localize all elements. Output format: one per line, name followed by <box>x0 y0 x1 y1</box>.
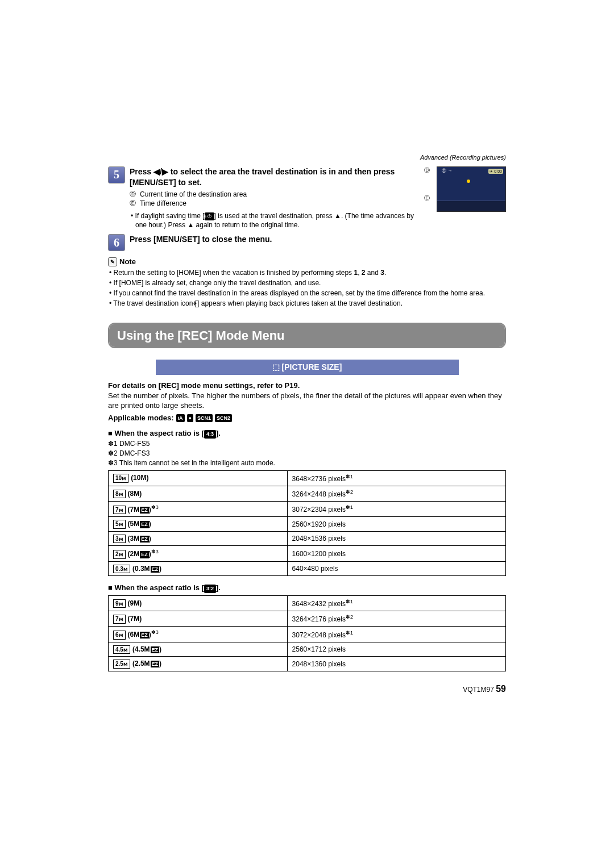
world-map-thumbnail: Ⓓ → ✈ 0:00 CANCEL🅼 SELECT◀▶ SET🅼 <box>437 166 506 212</box>
mode-ia: iA <box>176 414 185 422</box>
table-row: 6ᴍ(6MEZ)✽33072×2048 pixels✽1 <box>109 627 506 642</box>
ez-badge: EZ <box>140 536 149 542</box>
table-row: 2ᴍ(2MEZ)✽31600×1200 pixels <box>109 546 506 562</box>
ez-badge: EZ <box>140 507 149 514</box>
arrow-left-right-icon: ◀/▶ <box>154 167 168 176</box>
details-line: For details on [REC] mode menu settings,… <box>108 381 506 391</box>
picture-size-icon: ⬚ <box>272 362 280 372</box>
table-row: 5ᴍ(5MEZ)2560×1920 pixels <box>109 517 506 532</box>
table-row: 4.5ᴍ(4.5MEZ)2560×1712 pixels <box>109 642 506 657</box>
note-3: • If you cannot find the travel destinat… <box>108 289 506 298</box>
table-row: 2.5ᴍ(2.5MEZ)2048×1360 pixels <box>109 657 506 671</box>
footnote-1: ✽1 DMC-FS5 <box>108 439 506 448</box>
table-row: 9ᴍ(9M)3648×2432 pixels✽1 <box>109 595 506 611</box>
note-4: • The travel destination icon [✈] appear… <box>108 299 506 308</box>
rec-section: Using the [REC] Mode Menu <box>108 323 506 349</box>
table-row: 7ᴍ(7MEZ)✽33072×2304 pixels✽1 <box>109 501 506 517</box>
size-icon: 10ᴍ <box>113 474 128 483</box>
step-5-title: Press ◀/▶ to select the area the travel … <box>130 166 420 188</box>
ez-badge: EZ <box>151 661 160 667</box>
daylight-icon: ☀⏱ <box>205 212 214 220</box>
size-icon: 7ᴍ <box>113 615 126 624</box>
note-1: • Return the setting to [HOME] when the … <box>108 268 506 277</box>
ez-badge: EZ <box>140 521 149 528</box>
ez-badge: EZ <box>140 632 149 639</box>
table-43: 10ᴍ(10M)3648×2736 pixels✽18ᴍ(8M)3264×244… <box>108 470 506 577</box>
marker-d: Ⓓ <box>130 190 138 199</box>
aspect-32-heading: ■ When the aspect ratio is [3:2]. <box>108 583 506 593</box>
ez-badge: EZ <box>151 566 160 573</box>
applicable-modes: Applicable modes: iA ● SCN1 SCN2 <box>108 413 506 423</box>
table-row: 8ᴍ(8M)3264×2448 pixels✽2 <box>109 486 506 501</box>
table-row: 7ᴍ(7M)3264×2176 pixels✽2 <box>109 611 506 627</box>
step-5-sublist: ⒹCurrent time of the destination area ⒺT… <box>130 190 420 208</box>
aspect-32-chip: 3:2 <box>204 585 216 592</box>
ez-badge: EZ <box>140 551 149 558</box>
step-6-title: Press [MENU/SET] to close the menu. <box>130 234 506 245</box>
note-icon: ✎ <box>108 257 117 266</box>
marker-e: Ⓔ <box>130 199 138 208</box>
footnote-2: ✽2 DMC-FS3 <box>108 449 506 458</box>
note-2: • If [HOME] is already set, change only … <box>108 278 506 287</box>
size-icon: 0.3ᴍ <box>113 565 130 574</box>
size-icon: 6ᴍ <box>113 631 126 640</box>
map-location-dot <box>467 180 470 183</box>
aspect-43-chip: 4:3 <box>204 430 216 438</box>
table-row: 0.3ᴍ(0.3MEZ)640×480 pixels <box>109 561 506 576</box>
size-icon: 4.5ᴍ <box>113 645 130 654</box>
size-icon: 9ᴍ <box>113 599 126 608</box>
page-number: 59 <box>496 684 506 694</box>
section-header: Advanced (Recording pictures) <box>108 153 506 162</box>
step-5-body: Press ◀/▶ to select the area the travel … <box>130 166 420 231</box>
mode-camera: ● <box>187 414 193 422</box>
size-icon: 8ᴍ <box>113 490 126 499</box>
manual-page: Advanced (Recording pictures) 5 Press ◀/… <box>108 153 506 695</box>
step-6: 6 Press [MENU/SET] to close the menu. <box>108 234 506 251</box>
step-5: 5 Press ◀/▶ to select the area the trave… <box>108 166 506 231</box>
mode-scn1: SCN1 <box>196 414 213 422</box>
footnote-3: ✽3 This item cannot be set in the intell… <box>108 458 506 468</box>
size-icon: 5ᴍ <box>113 520 126 529</box>
picsize-desc: Set the number of pixels. The higher the… <box>108 391 506 411</box>
map-markers: Ⓓ Ⓔ <box>424 166 430 202</box>
size-icon: 3ᴍ <box>113 535 126 544</box>
step-5-dst-note: • If daylight saving time [☀⏱] is used a… <box>130 211 420 229</box>
step-number-6: 6 <box>108 234 125 251</box>
step-number-5: 5 <box>108 166 125 183</box>
ez-badge: EZ <box>151 646 160 653</box>
size-icon: 2.5ᴍ <box>113 660 130 669</box>
table-row: 10ᴍ(10M)3648×2736 pixels✽1 <box>109 470 506 486</box>
map-clock: ✈ 0:00 <box>488 169 503 174</box>
map-d-arrow: Ⓓ → <box>442 168 452 174</box>
table-row: 3ᴍ(3MEZ)2048×1536 pixels <box>109 531 506 546</box>
table-32: 9ᴍ(9M)3648×2432 pixels✽17ᴍ(7M)3264×2176 … <box>108 595 506 671</box>
note-heading: ✎ Note <box>108 257 506 267</box>
map-bottom-bar: CANCEL🅼 SELECT◀▶ SET🅼 <box>439 205 495 210</box>
rec-title: Using the [REC] Mode Menu <box>109 324 505 348</box>
size-icon: 2ᴍ <box>113 550 126 559</box>
page-footer: VQT1M97 59 <box>108 683 506 695</box>
aspect-43-heading: ■ When the aspect ratio is [4:3]. <box>108 428 506 439</box>
size-icon: 7ᴍ <box>113 506 126 515</box>
picture-size-bar: ⬚ [PICTURE SIZE] <box>156 360 459 375</box>
mode-scn2: SCN2 <box>215 414 232 422</box>
